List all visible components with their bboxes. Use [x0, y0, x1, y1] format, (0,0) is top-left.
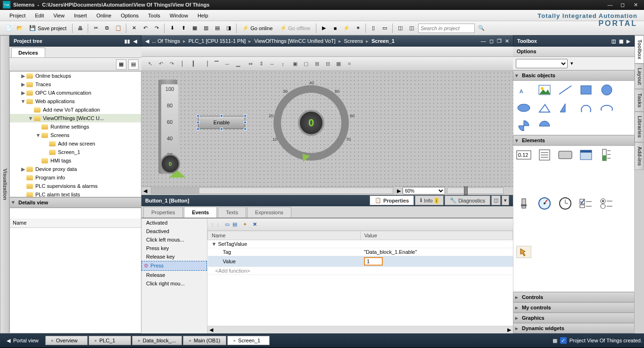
status-tab[interactable]: ▫Main (OB1): [183, 336, 226, 345]
gauge-widget[interactable]: 0 10 20 30 40 50 60 70: [264, 76, 358, 170]
event-item[interactable]: Press key: [141, 244, 207, 252]
ct-same-h-icon[interactable]: ↕: [278, 59, 288, 69]
compare-icon[interactable]: ◨: [224, 24, 233, 33]
tree-item[interactable]: ▶Traces: [10, 80, 141, 89]
tree-item[interactable]: ▶Online backups: [10, 72, 141, 80]
menu-online[interactable]: Online: [91, 11, 116, 20]
search-go-icon[interactable]: 🔍: [477, 24, 486, 33]
tree-item[interactable]: Runtime settings: [10, 122, 141, 131]
tree-item[interactable]: Screen_1: [10, 148, 141, 156]
tree-item[interactable]: Program info: [10, 173, 141, 182]
zoom-slider[interactable]: [447, 187, 504, 194]
compile-icon[interactable]: ▦: [190, 24, 199, 33]
rtab-properties[interactable]: 📋Properties: [370, 195, 414, 205]
cat-basic-objects[interactable]: ▾Basic objects: [513, 70, 635, 81]
slider-knob[interactable]: 0: [160, 154, 180, 174]
minimize-button[interactable]: —: [604, 2, 616, 8]
elem-button[interactable]: [558, 149, 573, 161]
go-offline-button[interactable]: ⚡ Go offline: [277, 24, 313, 32]
ptab-properties[interactable]: Properties: [143, 207, 183, 218]
cat-graphics[interactable]: ▸Graphics: [513, 313, 635, 323]
pt-arrow-icon[interactable]: ◀: [133, 39, 137, 44]
sel-handle-n[interactable]: [220, 114, 223, 117]
sel-handle-e[interactable]: [244, 121, 247, 124]
crumb-seg-0[interactable]: ... Of Things: [149, 38, 183, 44]
ct-align-t-icon[interactable]: ▔: [212, 59, 221, 69]
crumb-seg-4[interactable]: Screen_1: [369, 38, 397, 44]
event-item[interactable]: Release: [141, 271, 207, 279]
editor-restore-icon[interactable]: ❐: [497, 38, 502, 44]
event-item[interactable]: Release key: [141, 252, 207, 261]
elem-listbox[interactable]: [537, 149, 552, 161]
shape-polygon[interactable]: [558, 102, 573, 114]
vtab-addins[interactable]: Add-ins: [635, 142, 644, 170]
ev-delete-icon[interactable]: ✕: [253, 221, 257, 227]
status-tab[interactable]: ▫Data_block_...: [132, 336, 182, 345]
tree-item[interactable]: Add new VoT application: [10, 105, 141, 114]
delete-icon[interactable]: ✕: [129, 24, 139, 33]
shape-polyline[interactable]: [537, 102, 552, 114]
tree-item[interactable]: HMI tags: [10, 156, 141, 165]
vtab-libraries[interactable]: Libraries: [635, 112, 644, 142]
tree-grid-icon[interactable]: ▦: [116, 59, 126, 70]
event-item[interactable]: ⚙Press: [141, 261, 207, 271]
crumb-seg-3[interactable]: Screens: [341, 38, 366, 44]
elem-clock[interactable]: [558, 197, 573, 210]
menu-insert[interactable]: Insert: [69, 11, 92, 20]
project-tree[interactable]: ▶Online backups▶Traces▶OPC UA communicat…: [9, 71, 141, 197]
grid-add-function[interactable]: <Add function>: [208, 267, 361, 275]
ct-back-icon[interactable]: ▢: [301, 59, 311, 69]
elem-gauge[interactable]: [537, 197, 552, 210]
crumb-back-icon[interactable]: ◀: [145, 38, 149, 44]
slider-widget[interactable]: 10080604020 0: [158, 80, 177, 174]
options-dropdown-icon[interactable]: ▾: [570, 60, 573, 66]
tb-arrow-icon[interactable]: ▶: [627, 39, 630, 44]
pt-collapse-icon[interactable]: ▮▮: [124, 39, 130, 44]
grid-tag-value[interactable]: "Data_block_1.Enable": [360, 248, 513, 256]
ct-align-b-icon[interactable]: ▁: [233, 59, 243, 69]
start-cpu-icon[interactable]: ▶: [319, 24, 329, 33]
ct-align-l-icon[interactable]: ▏: [179, 59, 189, 69]
ct-same-w-icon[interactable]: ↔: [267, 59, 277, 69]
tree-list-icon[interactable]: ▤: [128, 59, 139, 70]
shape-segment[interactable]: [537, 120, 552, 132]
editor-close-icon[interactable]: ✕: [505, 38, 509, 44]
crumb-seg-1[interactable]: PLC_1 [CPU 1511-1 PN]: [186, 38, 249, 44]
tree-item[interactable]: ▼ViewOfThings [WinCC U...: [10, 114, 141, 122]
elem-bar[interactable]: [599, 149, 614, 161]
shape-pie[interactable]: [516, 120, 531, 132]
go-online-button[interactable]: ⚡ Go online: [239, 24, 275, 32]
event-item[interactable]: Click left mous...: [141, 235, 207, 244]
stop-cpu-icon[interactable]: ■: [330, 24, 340, 33]
copy-icon[interactable]: ⧉: [102, 24, 112, 33]
cat-dynamic-widgets[interactable]: ▸Dynamic widgets: [513, 323, 635, 333]
undo-icon[interactable]: ↶: [140, 24, 150, 33]
save-project-button[interactable]: 💾 Save project: [26, 24, 69, 32]
ct-rotate-l-icon[interactable]: ↶: [156, 59, 165, 69]
menu-edit[interactable]: Edit: [30, 11, 49, 20]
tree-item[interactable]: ▶Device proxy data: [10, 165, 141, 173]
rtab-layout-icon[interactable]: ◫: [491, 195, 501, 205]
vtab-visualization[interactable]: Visualization: [0, 35, 9, 333]
ct-rotate-r-icon[interactable]: ↷: [167, 59, 176, 69]
vtab-tasks[interactable]: Tasks: [635, 89, 644, 112]
event-item[interactable]: Click right mou...: [141, 279, 207, 288]
enable-button-widget[interactable]: Enable: [198, 116, 245, 129]
close-button[interactable]: ✕: [630, 2, 641, 8]
shape-arc[interactable]: [578, 102, 594, 114]
ev-star-icon[interactable]: ✦: [243, 221, 247, 227]
shape-image[interactable]: [537, 84, 552, 96]
grid-scrollbar[interactable]: ◀▶: [207, 326, 513, 333]
menu-project[interactable]: Project: [5, 11, 30, 20]
upload-icon[interactable]: ⬆: [179, 24, 188, 33]
split-v-icon[interactable]: ▭: [380, 24, 389, 33]
sel-handle-w[interactable]: [197, 121, 199, 124]
shape-text[interactable]: A: [516, 84, 531, 96]
ct-align-c-icon[interactable]: ▎: [190, 59, 199, 69]
event-list[interactable]: ActivatedDeactivedClick left mous...Pres…: [141, 219, 207, 334]
shape-ellipse-arc[interactable]: [599, 102, 614, 114]
shape-rect[interactable]: [578, 84, 594, 96]
hw-icon[interactable]: ▥: [201, 24, 211, 33]
rtab-info[interactable]: ℹInfoi: [415, 195, 444, 205]
tree-item[interactable]: ▼Web applications: [10, 97, 141, 105]
